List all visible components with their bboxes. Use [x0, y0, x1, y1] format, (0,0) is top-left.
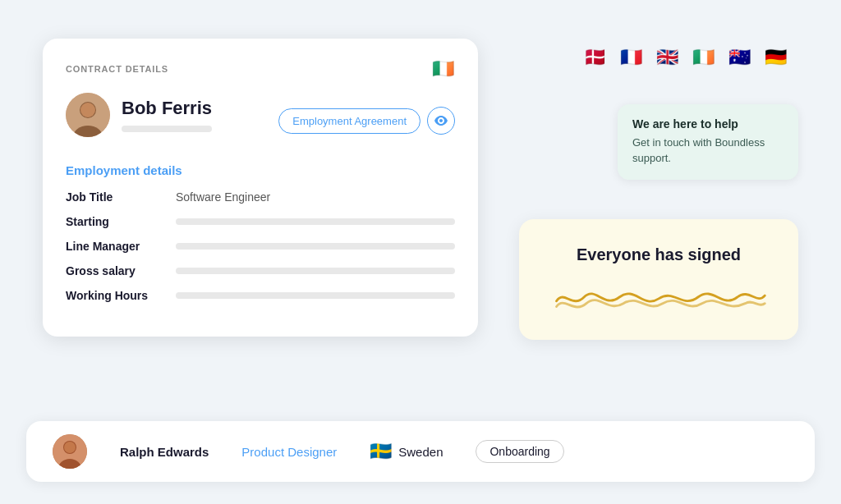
help-title: We are here to help: [632, 117, 784, 131]
flags-row: 🇩🇰 🇫🇷 🇬🇧 🇮🇪 🇦🇺 🇩🇪: [580, 47, 790, 68]
person-bar-placeholder: [122, 126, 212, 132]
employment-agreement-button[interactable]: Employment Agreement: [278, 108, 420, 134]
field-label-starting: Starting: [66, 215, 164, 228]
field-row-workinghours: Working Hours: [66, 289, 455, 302]
top-row: Bob Ferris Employment Agreement: [66, 93, 455, 149]
agreement-btn-label: Employment Agreement: [292, 115, 407, 127]
bottom-role: Product Designer: [241, 445, 337, 459]
avatar: [66, 93, 110, 137]
contract-card: CONTRACT DETAILS 🇮🇪 Bob Ferris: [43, 39, 478, 337]
ireland-flag-icon: 🇮🇪: [432, 58, 455, 80]
flag-denmark: 🇩🇰: [580, 47, 609, 68]
field-label-grosssalary: Gross salary: [66, 264, 164, 277]
field-bar-starting: [176, 218, 455, 225]
flag-uk: 🇬🇧: [652, 47, 682, 68]
svg-point-7: [64, 442, 76, 453]
field-row-jobtitle: Job Title Software Engineer: [66, 190, 455, 204]
person-name: Bob Ferris: [122, 98, 212, 119]
signature-wave: [549, 281, 769, 314]
signed-card: Everyone has signed: [519, 219, 798, 340]
help-bubble: We are here to help Get in touch with Bo…: [618, 104, 798, 180]
field-bar-workinghours: [176, 292, 455, 299]
field-value-jobtitle: Software Engineer: [176, 190, 270, 204]
bottom-avatar: [53, 434, 87, 469]
eye-button[interactable]: [427, 107, 455, 135]
field-bar-grosssalary: [176, 268, 455, 274]
person-info: Bob Ferris: [122, 98, 212, 132]
bottom-bar: Ralph Edwards Product Designer 🇸🇪 Sweden…: [26, 421, 815, 482]
bottom-name: Ralph Edwards: [120, 445, 209, 459]
help-text: Get in touch with Boundless support.: [632, 135, 784, 167]
agreement-group: Employment Agreement: [278, 107, 455, 135]
field-label-jobtitle: Job Title: [66, 190, 164, 204]
sweden-flag-icon: 🇸🇪: [370, 441, 392, 462]
person-row: Bob Ferris: [66, 93, 212, 137]
flag-australia: 🇦🇺: [724, 47, 754, 68]
bottom-country: 🇸🇪 Sweden: [370, 441, 443, 462]
field-label-workinghours: Working Hours: [66, 289, 164, 302]
country-name: Sweden: [398, 445, 443, 459]
employment-title: Employment details: [66, 163, 455, 177]
flag-germany: 🇩🇪: [761, 47, 790, 68]
flag-ireland: 🇮🇪: [688, 47, 718, 68]
contract-header: CONTRACT DETAILS 🇮🇪: [66, 58, 455, 80]
signed-title: Everyone has signed: [549, 245, 769, 264]
field-row-linemanager: Line Manager: [66, 240, 455, 253]
status-badge: Onboarding: [476, 440, 563, 463]
flag-france: 🇫🇷: [616, 47, 646, 68]
field-bar-linemanager: [176, 243, 455, 250]
field-row-grosssalary: Gross salary: [66, 264, 455, 277]
field-label-linemanager: Line Manager: [66, 240, 164, 253]
field-row-starting: Starting: [66, 215, 455, 228]
svg-point-3: [80, 103, 95, 117]
contract-label: CONTRACT DETAILS: [66, 64, 168, 74]
